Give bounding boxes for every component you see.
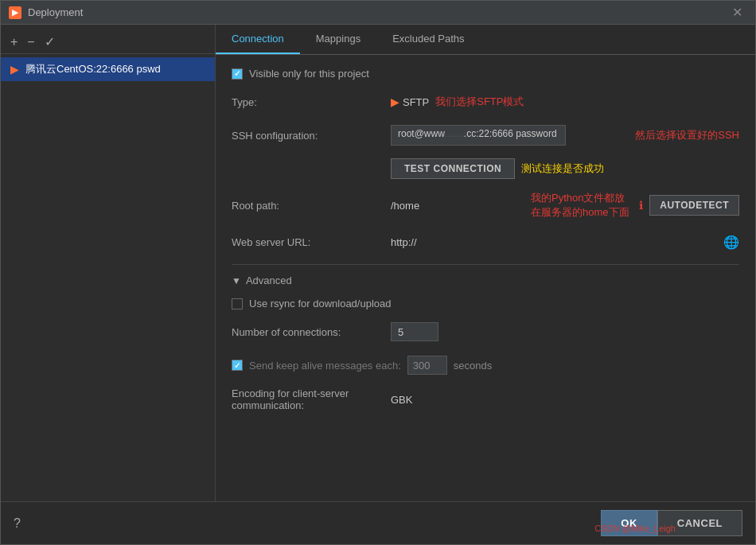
- globe-icon: 🌐: [723, 235, 739, 250]
- sftp-text: SFTP: [403, 96, 429, 108]
- autodetect-button[interactable]: AUTODETECT: [649, 195, 739, 216]
- tab-connection[interactable]: Connection: [216, 25, 300, 54]
- test-connection-value: TEST CONNECTION 测试连接是否成功: [391, 158, 739, 179]
- ssh-config-label: SSH configuration:: [232, 130, 391, 142]
- connections-value: [391, 322, 739, 341]
- keepalive-row: Send keep alive messages each: seconds: [232, 354, 739, 376]
- root-path-label: Root path:: [232, 200, 391, 212]
- titlebar: ▶ Deployment ✕: [1, 1, 755, 25]
- sftp-badge: ▶ SFTP: [391, 95, 429, 108]
- root-path-row: Root path: 我的Python文件都放在服务器的home下面 ℹ AUT…: [232, 191, 739, 220]
- type-value: ▶ SFTP 我们选择SFTP模式: [391, 95, 739, 109]
- server-item-label: 腾讯云CentOS:22:6666 pswd: [25, 62, 161, 76]
- root-path-input[interactable]: [391, 200, 524, 212]
- sftp-icon: ▶: [10, 63, 19, 76]
- seconds-label: seconds: [454, 360, 492, 372]
- sidebar: + − ✓ ▶ 腾讯云CentOS:22:6666 pswd: [1, 25, 216, 501]
- help-icon[interactable]: ?: [14, 516, 21, 531]
- visible-project-label: Visible only for this project: [249, 68, 369, 80]
- rsync-checkbox[interactable]: [232, 298, 243, 309]
- keepalive-label: Send keep alive messages each:: [249, 360, 401, 372]
- visible-project-checkbox[interactable]: [232, 68, 243, 80]
- ssh-config-row: SSH configuration: root@www…….cc:22:6666…: [232, 124, 739, 146]
- connections-row: Number of connections:: [232, 321, 739, 343]
- root-path-annotation: 我的Python文件都放在服务器的home下面: [531, 191, 633, 220]
- keepalive-input[interactable]: [407, 356, 447, 375]
- server-item[interactable]: ▶ 腾讯云CentOS:22:6666 pswd: [1, 57, 215, 81]
- advanced-label: Advanced: [246, 274, 292, 286]
- dialog-title: Deployment: [28, 6, 727, 18]
- connection-panel: Visible only for this project Type: ▶ SF…: [216, 55, 755, 501]
- encoding-value: GBK: [391, 394, 739, 406]
- encoding-row: Encoding for client-server communication…: [232, 387, 739, 411]
- webserver-label: Web server URL:: [232, 236, 391, 248]
- rsync-label: Use rsync for download/upload: [249, 298, 392, 309]
- sftp-annotation: 我们选择SFTP模式: [435, 95, 524, 109]
- advanced-header[interactable]: ▼ Advanced: [232, 274, 739, 286]
- ssh-config-display[interactable]: root@www…….cc:22:6666 password: [391, 125, 566, 146]
- webserver-input[interactable]: [391, 236, 717, 248]
- footer: ? OK CANCEL: [1, 501, 755, 544]
- tab-mappings[interactable]: Mappings: [300, 25, 376, 54]
- type-row: Type: ▶ SFTP 我们选择SFTP模式: [232, 91, 739, 113]
- right-panel: Connection Mappings Excluded Paths Visib…: [216, 25, 755, 501]
- ssh-annotation: 然后选择设置好的SSH: [635, 128, 739, 142]
- close-button[interactable]: ✕: [727, 3, 747, 21]
- check-server-button[interactable]: ✓: [41, 34, 58, 50]
- tabs-bar: Connection Mappings Excluded Paths: [216, 25, 755, 55]
- visible-project-row: Visible only for this project: [232, 68, 739, 80]
- app-icon: ▶: [9, 6, 21, 19]
- chevron-down-icon: ▼: [232, 275, 241, 286]
- keepalive-checkbox[interactable]: [232, 360, 243, 371]
- encoding-text: GBK: [391, 394, 412, 406]
- ssh-config-field: root@www…….cc:22:6666 password: [391, 125, 629, 146]
- deployment-dialog: ▶ Deployment ✕ + − ✓ ▶ 腾讯云CentOS:22:6666…: [0, 0, 756, 545]
- divider: [232, 264, 739, 265]
- encoding-label: Encoding for client-server communication…: [232, 387, 391, 411]
- test-connection-button[interactable]: TEST CONNECTION: [391, 158, 515, 179]
- footer-left: ?: [14, 516, 601, 531]
- remove-server-button[interactable]: −: [24, 34, 37, 50]
- test-connection-row: TEST CONNECTION 测试连接是否成功: [232, 158, 739, 180]
- sftp-arrow-icon: ▶: [391, 95, 399, 108]
- rsync-row: Use rsync for download/upload: [232, 298, 739, 309]
- add-server-button[interactable]: +: [7, 34, 21, 50]
- ssh-config-value: root@www…….cc:22:6666 password 然后选择设置好的S…: [391, 125, 739, 146]
- root-path-value: 我的Python文件都放在服务器的home下面 ℹ AUTODETECT: [391, 191, 739, 220]
- type-label: Type:: [232, 96, 391, 108]
- watermark: CSDN @Mike_Leigh: [594, 524, 676, 533]
- connections-label: Number of connections:: [232, 326, 391, 338]
- webserver-value: 🌐: [391, 235, 739, 250]
- tab-excluded-paths[interactable]: Excluded Paths: [376, 25, 480, 54]
- info-icon[interactable]: ℹ: [639, 199, 643, 212]
- test-annotation: 测试连接是否成功: [521, 162, 604, 176]
- sidebar-toolbar: + − ✓: [1, 31, 215, 54]
- main-content: + − ✓ ▶ 腾讯云CentOS:22:6666 pswd Connectio…: [1, 25, 755, 501]
- connections-input[interactable]: [391, 322, 438, 341]
- webserver-row: Web server URL: 🌐: [232, 231, 739, 253]
